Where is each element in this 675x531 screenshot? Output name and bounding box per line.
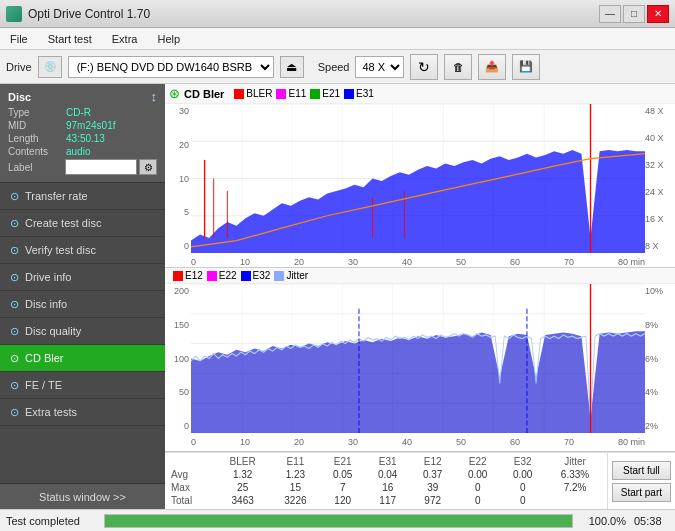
chart1-y-right: 48 X 40 X 32 X 24 X 16 X 8 X — [645, 104, 675, 253]
stats-col-jitter: Jitter — [545, 455, 605, 468]
disc-type-key: Type — [8, 107, 66, 118]
status-window-label: Status window >> — [39, 491, 126, 503]
chart2-container: E12 E22 E32 Jitter 200 — [165, 268, 675, 452]
eject-button[interactable]: ⏏ — [280, 56, 304, 78]
drive-select[interactable]: (F:) BENQ DVD DD DW1640 BSRB — [68, 56, 274, 78]
menu-start-test[interactable]: Start test — [42, 31, 98, 47]
start-full-button[interactable]: Start full — [612, 461, 671, 480]
close-button[interactable]: ✕ — [647, 5, 669, 23]
chart2-x-axis: 0 10 20 30 40 50 60 70 80 min — [191, 437, 645, 447]
drive-info-icon: ⊙ — [10, 271, 19, 284]
legend-bler: BLER — [234, 88, 272, 99]
e32-color — [241, 271, 251, 281]
drive-label: Drive — [6, 61, 32, 73]
export-button[interactable]: 📤 — [478, 54, 506, 80]
transfer-rate-icon: ⊙ — [10, 190, 19, 203]
total-bler: 3463 — [215, 494, 271, 507]
sidebar-item-extra-tests-label: Extra tests — [25, 406, 77, 418]
menu-file[interactable]: File — [4, 31, 34, 47]
progress-bar — [105, 515, 572, 527]
disc-length-row: Length 43:50.13 — [8, 133, 157, 144]
jitter-label: Jitter — [286, 270, 308, 281]
disc-label-input[interactable] — [65, 159, 137, 175]
bler-color — [234, 89, 244, 99]
stats-col-e22: E22 — [455, 455, 500, 468]
disc-type-row: Type CD-R — [8, 107, 157, 118]
disc-type-val: CD-R — [66, 107, 91, 118]
sidebar-item-verify-test-disc[interactable]: ⊙ Verify test disc — [0, 237, 165, 264]
sidebar-item-drive-info-label: Drive info — [25, 271, 71, 283]
max-e22: 0 — [455, 481, 500, 494]
label-gear-button[interactable]: ⚙ — [139, 159, 157, 175]
stats-col-label — [167, 455, 215, 468]
avg-e21: 0.05 — [320, 468, 365, 481]
sidebar-item-create-test-disc[interactable]: ⊙ Create test disc — [0, 210, 165, 237]
titlebar-title: Opti Drive Control 1.70 — [28, 7, 150, 21]
verify-test-disc-icon: ⊙ — [10, 244, 19, 257]
minimize-button[interactable]: — — [599, 5, 621, 23]
avg-label: Avg — [167, 468, 215, 481]
disc-arrow-icon[interactable]: ↕ — [151, 89, 158, 104]
sidebar-item-fe-te[interactable]: ⊙ FE / TE — [0, 372, 165, 399]
e12-label: E12 — [185, 270, 203, 281]
disc-length-key: Length — [8, 133, 66, 144]
avg-e22: 0.00 — [455, 468, 500, 481]
sidebar-item-extra-tests[interactable]: ⊙ Extra tests — [0, 399, 165, 426]
disc-info-icon: ⊙ — [10, 298, 19, 311]
stats-col-e12: E12 — [410, 455, 455, 468]
svg-marker-34 — [191, 331, 645, 433]
sidebar-item-transfer-rate-label: Transfer rate — [25, 190, 88, 202]
start-part-button[interactable]: Start part — [612, 483, 671, 502]
sidebar-item-disc-info[interactable]: ⊙ Disc info — [0, 291, 165, 318]
sidebar-item-cd-bler[interactable]: ⊙ CD Bler — [0, 345, 165, 372]
save-button[interactable]: 💾 — [512, 54, 540, 80]
disc-label-row: Label ⚙ — [8, 159, 157, 175]
create-test-disc-icon: ⊙ — [10, 217, 19, 230]
maximize-button[interactable]: □ — [623, 5, 645, 23]
stats-row-total: Total 3463 3226 120 117 972 0 0 — [167, 494, 605, 507]
clear-button[interactable]: 🗑 — [444, 54, 472, 80]
total-label: Total — [167, 494, 215, 507]
chart2-y-left: 200 150 100 50 0 — [165, 284, 191, 433]
content-area: ⊛ CD Bler BLER E11 E21 E31 — [165, 84, 675, 509]
main-layout: Disc ↕ Type CD-R MID 97m24s01f Length 43… — [0, 84, 675, 509]
avg-e12: 0.37 — [410, 468, 455, 481]
disc-info-panel: Disc ↕ Type CD-R MID 97m24s01f Length 43… — [0, 84, 165, 183]
menu-extra[interactable]: Extra — [106, 31, 144, 47]
disc-title: Disc — [8, 91, 31, 103]
drive-icon-btn[interactable]: 💿 — [38, 56, 62, 78]
disc-quality-icon: ⊙ — [10, 325, 19, 338]
e22-color — [207, 271, 217, 281]
extra-tests-icon: ⊙ — [10, 406, 19, 419]
start-buttons-area: Start full Start part — [607, 453, 675, 509]
legend-e21: E21 — [310, 88, 340, 99]
stats-row-max: Max 25 15 7 16 39 0 0 7.2% — [167, 481, 605, 494]
e32-label: E32 — [253, 270, 271, 281]
status-window-button[interactable]: Status window >> — [0, 483, 165, 509]
max-e12: 39 — [410, 481, 455, 494]
chart1-y-left: 30 20 10 5 0 — [165, 104, 191, 253]
sidebar-item-verify-test-disc-label: Verify test disc — [25, 244, 96, 256]
chart1-container: ⊛ CD Bler BLER E11 E21 E31 — [165, 84, 675, 268]
chart2-svg — [191, 284, 645, 433]
sidebar-item-transfer-rate[interactable]: ⊙ Transfer rate — [0, 183, 165, 210]
sidebar-item-disc-quality[interactable]: ⊙ Disc quality — [0, 318, 165, 345]
total-e11: 3226 — [271, 494, 321, 507]
stats-area: BLER E11 E21 E31 E12 E22 E32 Jitter Avg — [165, 452, 675, 509]
drivebar: Drive 💿 (F:) BENQ DVD DD DW1640 BSRB ⏏ S… — [0, 50, 675, 84]
sidebar: Disc ↕ Type CD-R MID 97m24s01f Length 43… — [0, 84, 165, 509]
sidebar-item-drive-info[interactable]: ⊙ Drive info — [0, 264, 165, 291]
menu-help[interactable]: Help — [151, 31, 186, 47]
refresh-button[interactable]: ↻ — [410, 54, 438, 80]
disc-mid-val: 97m24s01f — [66, 120, 115, 131]
e31-label: E31 — [356, 88, 374, 99]
legend-e22: E22 — [207, 270, 237, 281]
stats-table: BLER E11 E21 E31 E12 E22 E32 Jitter Avg — [167, 455, 605, 507]
stats-col-e11: E11 — [271, 455, 321, 468]
speed-select[interactable]: 48 X — [355, 56, 404, 78]
legend-e11: E11 — [276, 88, 306, 99]
e11-color — [276, 89, 286, 99]
stats-row-avg: Avg 1.32 1.23 0.05 0.04 0.37 0.00 0.00 6… — [167, 468, 605, 481]
legend-e31: E31 — [344, 88, 374, 99]
titlebar-controls: — □ ✕ — [599, 5, 669, 23]
